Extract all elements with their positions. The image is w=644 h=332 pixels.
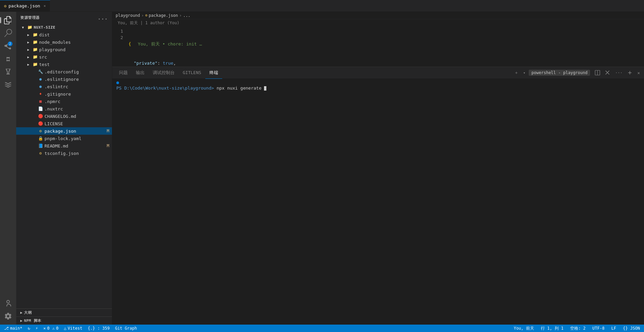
playground-label: playground bbox=[39, 47, 112, 52]
tab-output[interactable]: 输出 bbox=[132, 67, 149, 79]
code-content[interactable]: { You, 前天 • chore: init … "private" : tr… bbox=[126, 27, 644, 67]
status-bar-right: You, 前天 行 1, 列 1 空格: 2 UTF-8 LF {} JSON bbox=[513, 325, 641, 332]
sidebar-item-readme[interactable]: 📘 README.md M bbox=[16, 142, 112, 150]
terminal-label: 终端 bbox=[209, 70, 218, 76]
status-encoding[interactable]: UTF-8 bbox=[591, 325, 606, 332]
output-label: 输出 bbox=[136, 70, 145, 76]
package-json-modified: M bbox=[107, 129, 109, 133]
outline-chevron: ▶ bbox=[20, 310, 23, 315]
code-editor: 1 2 { You, 前天 • chore: init … "private" … bbox=[112, 27, 644, 67]
terminal-prompt: PS D:\Code\Work\nuxt-size\playground> np… bbox=[116, 85, 640, 92]
pnpm-lock-label: pnpm-lock.yaml bbox=[45, 136, 112, 141]
folder-icon: 📁 bbox=[27, 25, 32, 30]
file-icon: 🔧 bbox=[38, 69, 43, 74]
src-chevron: ▶ bbox=[26, 55, 31, 59]
sidebar: 资源管理器 ... ▼ 📁 NUXT-SIZE ▶ 📁 dist ▶ bbox=[16, 12, 112, 325]
status-git-graph[interactable]: Git Graph bbox=[114, 325, 138, 332]
kill-terminal-btn[interactable] bbox=[604, 69, 612, 76]
terminal-tabs: 问题 输出 调试控制台 GITLENS 终端 bbox=[112, 67, 644, 79]
sidebar-item-eslintignore[interactable]: ● .eslintignore bbox=[16, 75, 112, 83]
sidebar-item-dist[interactable]: ▶ 📁 dist bbox=[16, 31, 112, 38]
files-icon[interactable] bbox=[2, 14, 14, 26]
status-sync[interactable]: ↻ bbox=[26, 325, 31, 332]
status-spaces[interactable]: 空格: 2 bbox=[569, 325, 587, 332]
status-language[interactable]: {} JSON bbox=[621, 325, 641, 332]
status-lines[interactable]: {.} : 359 bbox=[86, 325, 111, 332]
status-bar: ⎇ main* ↻ ⚡ ✕ 0 ⚠ 0 △ Vitest {.} : 359 bbox=[0, 325, 644, 332]
status-branch[interactable]: ⎇ main* bbox=[3, 325, 24, 332]
tab-bar: ⚙ package.json ✕ bbox=[0, 0, 644, 12]
npm-scripts-section[interactable]: ▶ NPM 脚本 bbox=[16, 317, 112, 325]
status-cursor-position[interactable]: 行 1, 列 1 bbox=[539, 325, 565, 332]
lines-label: {.} : 359 bbox=[88, 326, 110, 331]
status-author[interactable]: You, 前天 bbox=[513, 325, 535, 332]
outline-label: 大纲 bbox=[24, 310, 32, 315]
readme-label: README.md bbox=[45, 143, 106, 148]
deploy-icon[interactable] bbox=[2, 78, 14, 90]
cursor-position-label: 行 1, 列 1 bbox=[541, 326, 563, 331]
breadcrumb-sep1: › bbox=[141, 13, 144, 18]
sidebar-item-tsconfig[interactable]: ⚙ tsconfig.json bbox=[16, 150, 112, 157]
file-icon: ● bbox=[38, 84, 43, 89]
tab-terminal[interactable]: 终端 bbox=[205, 67, 222, 79]
activity-bar-bottom bbox=[2, 298, 14, 322]
maximize-panel-btn[interactable] bbox=[626, 69, 634, 76]
outline-section[interactable]: ▶ 大纲 bbox=[16, 308, 112, 317]
sidebar-item-package-json[interactable]: ⚙ package.json M bbox=[16, 127, 112, 135]
settings-icon[interactable] bbox=[2, 310, 14, 322]
sidebar-item-pnpm-lock[interactable]: 🔒 pnpm-lock.yaml bbox=[16, 135, 112, 142]
sidebar-item-editorconfig[interactable]: 🔧 .editorconfig bbox=[16, 68, 112, 75]
sidebar-item-test[interactable]: ▶ 📁 test bbox=[16, 61, 112, 68]
split-terminal-btn[interactable] bbox=[593, 69, 602, 76]
breadcrumb-playground[interactable]: playground bbox=[116, 13, 140, 18]
tab-package-json[interactable]: ⚙ package.json ✕ bbox=[0, 0, 50, 12]
tab-problems[interactable]: 问题 bbox=[115, 67, 132, 79]
node-modules-label: node_modules bbox=[39, 40, 112, 45]
terminal-content[interactable]: PS D:\Code\Work\nuxt-size\playground> np… bbox=[112, 79, 644, 325]
terminal-dropdown-btn[interactable]: ▾ bbox=[522, 70, 527, 76]
breadcrumb-file[interactable]: package.json bbox=[149, 13, 178, 18]
brace-open: { bbox=[128, 41, 131, 47]
sidebar-more-options[interactable]: ... bbox=[98, 14, 108, 21]
comma: , bbox=[173, 60, 176, 66]
license-label: LICENSE bbox=[45, 121, 112, 126]
branch-name: main* bbox=[10, 326, 22, 331]
git-info-bar: You, 前天 | 1 author (You) bbox=[112, 19, 644, 27]
line-num-2: 2 bbox=[112, 34, 123, 41]
git-graph-label: Git Graph bbox=[115, 326, 137, 331]
sidebar-item-license[interactable]: 🔴 LICENSE bbox=[16, 120, 112, 127]
test-icon[interactable] bbox=[2, 66, 14, 77]
colon: : bbox=[157, 60, 163, 66]
new-terminal-btn[interactable]: ＋ bbox=[513, 69, 520, 76]
folder-icon: 📁 bbox=[32, 39, 38, 45]
account-icon[interactable] bbox=[2, 298, 14, 309]
changelog-label: CHANGELOG.md bbox=[45, 114, 112, 119]
status-errors[interactable]: ✕ 0 ⚠ 0 bbox=[42, 325, 60, 332]
sidebar-item-src[interactable]: ▶ 📁 src bbox=[16, 53, 112, 61]
json-icon: ⚙ bbox=[38, 128, 43, 134]
sidebar-item-changelog[interactable]: 🔴 CHANGELOG.md bbox=[16, 112, 112, 120]
source-control-icon[interactable]: 2 bbox=[2, 40, 14, 52]
status-vitest[interactable]: △ Vitest bbox=[63, 325, 84, 332]
tab-close-icon[interactable]: ✕ bbox=[43, 4, 46, 8]
extensions-icon[interactable] bbox=[2, 53, 14, 64]
dist-label: dist bbox=[39, 32, 112, 37]
sidebar-item-eslintrc[interactable]: ● .eslintrc bbox=[16, 83, 112, 90]
close-panel-btn[interactable]: ✕ bbox=[636, 70, 641, 76]
sidebar-root-folder[interactable]: ▼ 📁 NUXT-SIZE bbox=[16, 24, 112, 31]
terminal-more-btn[interactable]: ··· bbox=[614, 70, 624, 76]
eslintignore-label: .eslintignore bbox=[45, 77, 112, 82]
sidebar-item-npmrc[interactable]: ■ .npmrc bbox=[16, 98, 112, 105]
status-remote[interactable]: ⚡ bbox=[34, 325, 39, 332]
file-icon: ● bbox=[38, 76, 43, 82]
sidebar-item-nuxtrc[interactable]: 📄 .nuxtrc bbox=[16, 105, 112, 112]
search-icon[interactable] bbox=[2, 27, 14, 39]
sidebar-item-playground[interactable]: ▶ 📁 playground bbox=[16, 46, 112, 53]
dist-chevron: ▶ bbox=[26, 33, 31, 37]
tab-debug-console[interactable]: 调试控制台 bbox=[149, 67, 179, 79]
sidebar-item-gitignore[interactable]: ♦ .gitignore bbox=[16, 90, 112, 98]
tab-gitlens[interactable]: GITLENS bbox=[179, 67, 205, 79]
breadcrumb-more[interactable]: ... bbox=[183, 13, 191, 18]
sidebar-item-node-modules[interactable]: ▶ 📁 node_modules bbox=[16, 38, 112, 46]
status-eol[interactable]: LF bbox=[610, 325, 617, 332]
